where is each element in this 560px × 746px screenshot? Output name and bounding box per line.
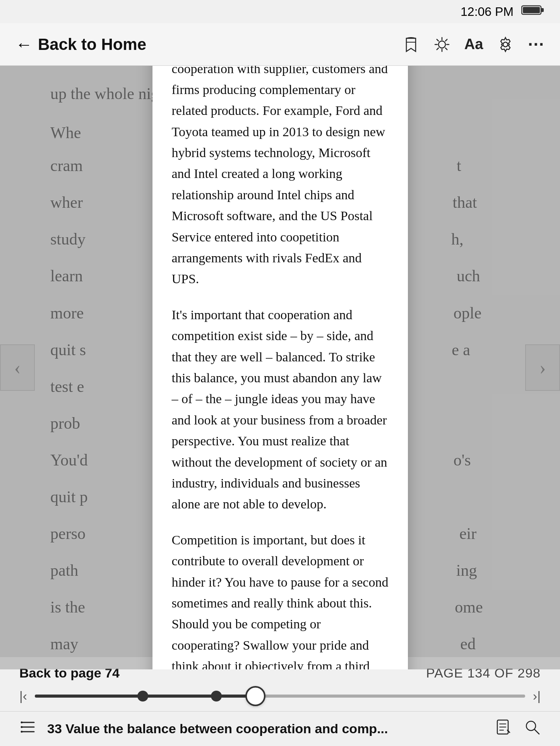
- progress-track[interactable]: [35, 695, 525, 698]
- notes-button[interactable]: [495, 719, 512, 739]
- go-to-start-button[interactable]: |‹: [19, 688, 27, 703]
- progress-dot-2: [211, 691, 222, 702]
- brightness-button[interactable]: [433, 36, 450, 53]
- more-button[interactable]: ···: [528, 35, 545, 54]
- status-bar: 12:06 PM: [0, 0, 560, 23]
- modal-box: cooperation with supplier, customers and…: [152, 66, 408, 669]
- nav-icons: Aa ···: [402, 35, 545, 54]
- top-nav: ← Back to Home Aa: [0, 23, 560, 66]
- bookmark-button[interactable]: [402, 36, 420, 53]
- chapter-title: 33 Value the balance between cooperation…: [47, 721, 484, 736]
- bottom-bar: Back to page 74 PAGE 134 OF 298 |‹ ›| 33…: [0, 657, 560, 746]
- bottom-nav-icons: [495, 719, 541, 739]
- reading-area: up the whole night before. Whe cram: [0, 66, 560, 669]
- progress-dot-1: [137, 691, 148, 702]
- bottom-nav: 33 Value the balance between cooperation…: [0, 711, 560, 746]
- svg-line-10: [445, 48, 447, 50]
- svg-line-11: [445, 39, 447, 41]
- settings-button[interactable]: [497, 36, 514, 53]
- modal-paragraph-1: cooperation with supplier, customers and…: [172, 66, 389, 290]
- svg-point-13: [503, 42, 508, 47]
- modal-paragraph-3: Competition is important, but does it co…: [172, 530, 389, 669]
- svg-point-4: [438, 41, 445, 48]
- svg-line-12: [437, 48, 438, 50]
- svg-rect-1: [541, 8, 544, 12]
- status-time: 12:06 PM: [461, 5, 514, 19]
- back-label: Back to Home: [38, 35, 146, 54]
- search-button[interactable]: [524, 719, 541, 739]
- svg-rect-2: [523, 7, 540, 13]
- progress-row: |‹ ›|: [0, 684, 560, 711]
- back-arrow-icon: ←: [15, 35, 33, 54]
- font-button[interactable]: Aa: [464, 36, 483, 53]
- back-to-home-button[interactable]: ← Back to Home: [15, 35, 146, 54]
- go-to-end-button[interactable]: ›|: [533, 688, 541, 703]
- battery-icon: [521, 4, 545, 19]
- svg-line-9: [437, 39, 438, 41]
- table-of-contents-button[interactable]: [19, 719, 36, 739]
- modal-overlay: cooperation with supplier, customers and…: [0, 66, 560, 669]
- svg-line-26: [534, 729, 539, 734]
- progress-handle[interactable]: [245, 686, 265, 706]
- modal-paragraph-2: It's important that cooperation and comp…: [172, 305, 389, 515]
